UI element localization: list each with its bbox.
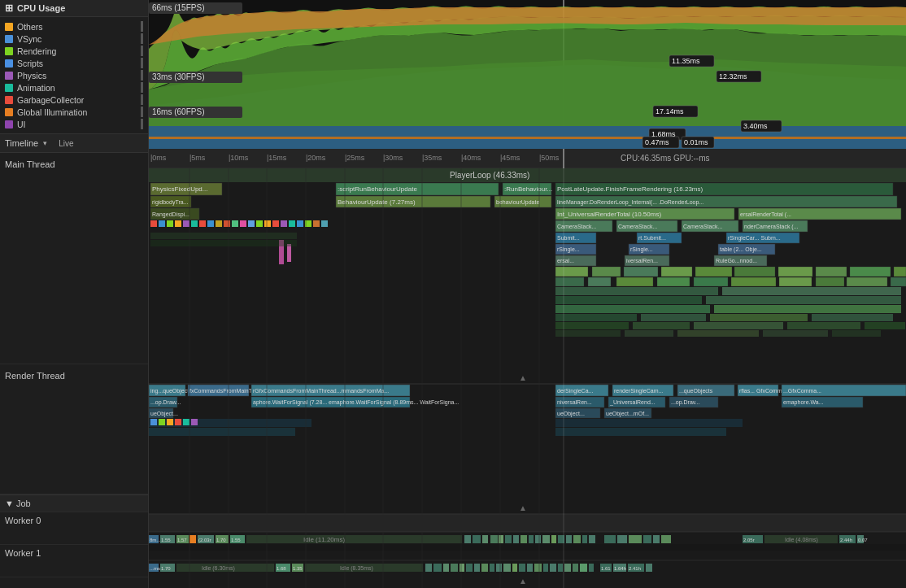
- svg-rect-237: [573, 535, 581, 543]
- main-content: 66ms (15FPS) 33ms (30FPS) 16ms (60FPS) 1…: [149, 0, 906, 588]
- legend-gc-label: GarbageCollector: [17, 95, 84, 105]
- main-thread-label-text: Main Thread: [5, 159, 55, 169]
- svg-rect-229: [513, 535, 519, 543]
- svg-rect-273: [460, 564, 464, 572]
- svg-rect-195: [555, 428, 726, 436]
- svg-rect-200: [183, 419, 189, 425]
- svg-text:...ms: ...ms: [150, 566, 160, 571]
- timeline-label-row[interactable]: Timeline ▾ Live: [0, 133, 148, 153]
- sidebar: ⊞ CPU Usage Others VSync Rendering Scrip…: [0, 0, 149, 588]
- svg-rect-75: [183, 220, 189, 227]
- legend-others-label: Others: [17, 22, 43, 32]
- svg-text::scriptRunBehaviourUpdate: :scriptRunBehaviourUpdate: [338, 185, 417, 193]
- svg-rect-153: [150, 233, 297, 239]
- others-color: [5, 23, 13, 31]
- svg-text:2.41h: 2.41h: [629, 566, 641, 571]
- svg-rect-85: [264, 220, 271, 227]
- svg-rect-118: [816, 267, 847, 277]
- svg-rect-148: [677, 330, 759, 337]
- legend-vsync[interactable]: VSync: [5, 33, 143, 45]
- svg-rect-150: [832, 330, 881, 337]
- svg-rect-199: [175, 419, 181, 425]
- svg-rect-154: [150, 240, 297, 246]
- legend-ui[interactable]: UI: [5, 118, 143, 130]
- physics-color: [5, 72, 13, 80]
- svg-rect-225: [482, 535, 488, 543]
- svg-rect-152: [287, 244, 291, 262]
- svg-rect-76: [191, 220, 198, 227]
- svg-text:0.47ms: 0.47ms: [645, 138, 669, 146]
- svg-text:|0ms: |0ms: [150, 154, 167, 162]
- svg-rect-239: [589, 535, 595, 543]
- svg-text:iversalRen...: iversalRen...: [626, 258, 658, 264]
- svg-rect-144: [787, 322, 860, 329]
- svg-text:0.07: 0.07: [858, 538, 868, 542]
- legend-physics-bar: [141, 70, 143, 81]
- svg-text:▲: ▲: [519, 373, 527, 382]
- legend-scripts[interactable]: Scripts: [5, 57, 143, 69]
- svg-rect-111: [555, 267, 588, 277]
- svg-rect-132: [722, 287, 901, 295]
- legend-animation[interactable]: Animation: [5, 81, 143, 94]
- svg-text:|40ms: |40ms: [461, 154, 481, 162]
- svg-rect-138: [641, 314, 706, 321]
- legend-gc[interactable]: GarbageCollector: [5, 94, 143, 106]
- svg-rect-283: [534, 564, 542, 572]
- svg-rect-214: [189, 535, 196, 543]
- svg-text:|25ms: |25ms: [345, 154, 365, 162]
- svg-rect-145: [865, 322, 905, 329]
- job-section-label[interactable]: ▼ Job: [0, 494, 148, 512]
- svg-text:1.64h: 1.64h: [614, 566, 626, 571]
- svg-text:rSingle...: rSingle...: [557, 246, 580, 253]
- svg-text:rSingle...: rSingle...: [630, 246, 653, 253]
- profiler-canvas[interactable]: 66ms (15FPS) 33ms (30FPS) 16ms (60FPS) 1…: [149, 0, 906, 588]
- svg-text:16ms (60FPS): 16ms (60FPS): [152, 107, 204, 116]
- svg-text:rigidbodyTra...: rigidbodyTra...: [152, 199, 189, 206]
- svg-rect-289: [580, 564, 587, 572]
- cpu-legend: Others VSync Rendering Scripts Physics A…: [0, 17, 148, 133]
- svg-rect-290: [589, 564, 594, 572]
- svg-text:...GfxComma...: ...GfxComma...: [783, 388, 821, 394]
- svg-text:1.61: 1.61: [601, 566, 611, 571]
- svg-text:|15ms: |15ms: [267, 154, 287, 162]
- legend-animation-label: Animation: [17, 83, 55, 93]
- svg-rect-124: [657, 277, 690, 286]
- svg-rect-197: [159, 419, 165, 425]
- legend-physics[interactable]: Physics: [5, 69, 143, 81]
- svg-text:niversalRen...: niversalRen...: [557, 399, 592, 405]
- svg-rect-139: [710, 314, 808, 321]
- svg-rect-284: [543, 564, 548, 572]
- worker0-label-text: Worker 0: [5, 516, 41, 525]
- svg-rect-282: [527, 564, 533, 572]
- svg-rect-88: [289, 220, 295, 227]
- timeline-dropdown-icon[interactable]: ▾: [43, 139, 47, 147]
- svg-rect-72: [159, 220, 165, 227]
- svg-text:ersalRenderTotal (...: ersalRenderTotal (...: [740, 211, 791, 218]
- svg-rect-130: [891, 277, 906, 286]
- legend-scripts-bar: [141, 58, 143, 68]
- svg-text:BehaviourUpdate (7.27ms): BehaviourUpdate (7.27ms): [338, 198, 416, 206]
- svg-rect-238: [582, 535, 587, 543]
- svg-rect-92: [321, 220, 328, 227]
- svg-rect-280: [512, 564, 517, 572]
- legend-rendering-bar: [141, 46, 143, 56]
- svg-rect-278: [496, 564, 502, 572]
- svg-text:0.01ms: 0.01ms: [684, 138, 708, 146]
- svg-rect-288: [573, 564, 578, 572]
- svg-rect-203: [149, 514, 906, 532]
- legend-others[interactable]: Others: [5, 20, 143, 33]
- svg-rect-271: [443, 564, 449, 572]
- svg-text:ueObject...: ueObject...: [150, 411, 178, 417]
- svg-rect-227: [499, 535, 503, 543]
- svg-text:Idle (6.30ms): Idle (6.30ms): [202, 565, 235, 572]
- legend-gi[interactable]: Global Illumination: [5, 106, 143, 118]
- render-thread-label: Render Thread: [0, 364, 148, 494]
- legend-rendering-label: Rendering: [17, 46, 56, 56]
- svg-rect-279: [503, 564, 511, 572]
- legend-rendering[interactable]: Rendering: [5, 45, 143, 57]
- scripts-color: [5, 59, 13, 68]
- svg-rect-142: [633, 322, 690, 329]
- svg-rect-198: [167, 419, 173, 425]
- svg-text:fxCommandsFromMainThr...: fxCommandsFromMainThr...: [189, 388, 262, 394]
- svg-text:1.70: 1.70: [161, 566, 171, 571]
